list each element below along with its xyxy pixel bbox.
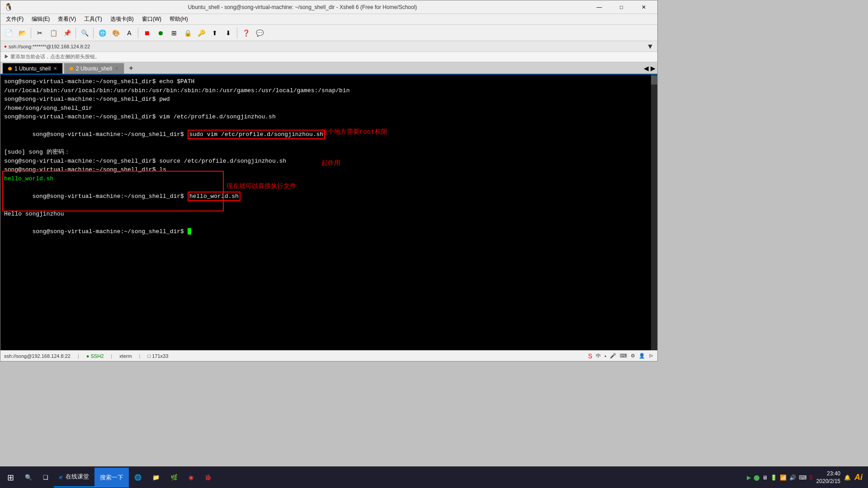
menu-help[interactable]: 帮助(H)	[166, 14, 192, 24]
tb-download[interactable]: ⬇	[222, 27, 235, 39]
tb-connect[interactable]: 🌐	[96, 27, 108, 39]
tb-open[interactable]: 📂	[16, 27, 28, 39]
term-highlight-sudo: sudo vim /etc/profile.d/songjinzhou.sh	[188, 130, 325, 139]
battery-icon: 🔋	[770, 474, 777, 481]
tab-1-dot	[8, 67, 12, 70]
status-icon-flag: 🏳	[649, 353, 654, 359]
status-ssh: ● SSH2	[86, 353, 104, 359]
tb-record[interactable]: ⏺	[154, 27, 167, 39]
tab-2-dot	[70, 67, 73, 70]
term-highlight-hw: hello_world.sh	[188, 192, 241, 201]
close-button[interactable]: ✕	[633, 1, 654, 14]
green-circle-icon: ⬤	[754, 474, 760, 481]
taskbar-browser[interactable]: 🌿	[165, 468, 183, 488]
app3-icon: 🐞	[204, 474, 212, 481]
tb-cut[interactable]: ✂	[33, 27, 46, 39]
term-line-1: song@song-virtual-machine:~/song_shell_d…	[4, 77, 647, 86]
tb-lock[interactable]: 🔒	[181, 27, 194, 39]
tab-bar: 1 Ubuntu_shell ✕ 2 Ubuntu_shell ✕ + ◀ ▶	[0, 62, 657, 75]
terminal[interactable]: song@song-virtual-machine:~/song_shell_d…	[0, 75, 651, 350]
taskbar-folder[interactable]: 📁	[147, 468, 165, 488]
term-line-8: song@song-virtual-machine:~/song_shell_d…	[4, 157, 647, 166]
term-prompt-11: song@song-virtual-machine:~/song_shell_d…	[32, 193, 187, 200]
status-icon-zh: 中	[596, 352, 601, 359]
tb-search[interactable]: 🔍	[78, 27, 91, 39]
term-line-5: song@song-virtual-machine:~/song_shell_d…	[4, 113, 647, 122]
edge-icon: ℯ	[59, 474, 63, 480]
minimize-button[interactable]: —	[589, 1, 609, 14]
online-class-label: 在线课堂	[66, 473, 89, 481]
toolbar: 📄 📂 ✂ 📋 📌 🔍 🌐 🎨 A ⏹ ⏺ ⊞ 🔒 🔑 ⬆ ⬇ ❓ 💬	[0, 25, 657, 41]
tab-1-close[interactable]: ✕	[53, 66, 57, 71]
tab-1-label: 1 Ubuntu_shell	[14, 66, 51, 72]
tb-new[interactable]: 📄	[2, 27, 15, 39]
session-text: ssh://song:*******@192.168.124.8:22	[9, 44, 90, 49]
term-line-7: [sudo] song 的密码：	[4, 148, 647, 157]
session-bar: ● ssh://song:*******@192.168.124.8:22 ▼	[0, 41, 657, 52]
tab-add-button[interactable]: +	[125, 63, 137, 74]
menu-edit[interactable]: 编辑(E)	[28, 14, 53, 24]
status-icon-dot: •	[604, 353, 606, 359]
tb-split[interactable]: ⊞	[168, 27, 180, 39]
titlebar: 🐧 Ubuntu_shell - song@song-virtual-machi…	[0, 0, 657, 14]
maximize-button[interactable]: □	[611, 1, 632, 14]
notification-text: ▶ 要添加当前会话，点击左侧的箭头按钮。	[4, 53, 100, 60]
tb-paste[interactable]: 📌	[61, 27, 73, 39]
tab-prev[interactable]: ◀	[644, 65, 649, 72]
tb-key[interactable]: 🔑	[195, 27, 208, 39]
taskbar: ⊞ 🔍 ❑ ℯ 在线课堂 搜索一下 🌐 📁 🌿 ◉ 🐞 ▶ ⬤ 🖥 🔋 📶	[0, 466, 868, 488]
scroll-thumb[interactable]	[651, 75, 657, 84]
menu-tabs[interactable]: 选项卡(B)	[107, 14, 137, 24]
term-line-2: /usr/local/sbin:/usr/local/bin:/usr/sbin…	[4, 86, 647, 95]
search-button[interactable]: 🔍	[19, 468, 38, 488]
terminal-wrapper: song@song-virtual-machine:~/song_shell_d…	[0, 75, 657, 350]
taskbar-app2[interactable]: ◉	[183, 468, 199, 488]
start-button[interactable]: ⊞	[2, 468, 19, 488]
tb-copy[interactable]: 📋	[47, 27, 60, 39]
app2-icon: ◉	[189, 474, 193, 481]
term-line-10: hello_world.sh	[4, 174, 647, 183]
windows-logo-icon: ⊞	[7, 473, 14, 483]
tb-sep2	[75, 28, 76, 38]
tb-stop[interactable]: ⏹	[141, 27, 153, 39]
tb-upload[interactable]: ⬆	[208, 27, 221, 39]
taskbar-search-app[interactable]: 搜索一下	[94, 468, 129, 488]
status-icon-mic: 🎤	[610, 353, 616, 359]
session-icon: ●	[4, 44, 7, 49]
tab-next[interactable]: ▶	[651, 65, 656, 72]
tab-2-close[interactable]: ✕	[115, 66, 118, 71]
taskbar-ie[interactable]: 🌐	[129, 468, 147, 488]
menu-tools[interactable]: 工具(T)	[80, 14, 105, 24]
menu-view[interactable]: 查看(V)	[54, 14, 80, 24]
taskbar-right: ▶ ⬤ 🖥 🔋 📶 🔊 ⌨ S 23:40 2020/2/15 🔔 Ai	[747, 470, 866, 485]
date-display: 2020/2/15	[816, 478, 840, 485]
tb-chat[interactable]: 💬	[253, 27, 266, 39]
taskbar-time: 23:40 2020/2/15	[816, 470, 840, 485]
search-icon: 🔍	[25, 474, 32, 481]
tab-2[interactable]: 2 Ubuntu_shell ✕	[64, 63, 124, 74]
play-icon: ▶	[747, 474, 751, 481]
terminal-cursor	[188, 228, 191, 235]
tb-help[interactable]: ❓	[240, 27, 252, 39]
session-expand[interactable]: ▼	[646, 42, 654, 51]
wifi-icon: 📶	[780, 474, 787, 481]
notification-bell[interactable]: 🔔	[844, 474, 851, 481]
volume-icon: 🔊	[789, 474, 796, 481]
taskbar-app3[interactable]: 🐞	[199, 468, 217, 488]
tab-1[interactable]: 1 Ubuntu_shell ✕	[2, 63, 63, 74]
taskbar-online-class[interactable]: ℯ 在线课堂	[54, 468, 94, 488]
status-session: ssh://song@192.168.124.8:22	[4, 353, 71, 359]
tb-sep1	[31, 28, 31, 38]
main-window: 🐧 Ubuntu_shell - song@song-virtual-machi…	[0, 0, 658, 361]
menu-file[interactable]: 文件(F)	[2, 14, 27, 24]
tb-color[interactable]: 🎨	[109, 27, 122, 39]
menubar: 文件(F) 编辑(E) 查看(V) 工具(T) 选项卡(B) 窗口(W) 帮助(…	[0, 14, 657, 25]
status-icon-kb: ⌨	[620, 353, 627, 359]
tb-font[interactable]: A	[123, 27, 136, 39]
monitor-icon: 🖥	[762, 474, 768, 481]
menu-window[interactable]: 窗口(W)	[138, 14, 165, 24]
vertical-scrollbar[interactable]	[651, 75, 657, 350]
tb-sep5	[237, 28, 237, 38]
status-terminal: xterm	[119, 353, 132, 359]
task-view-button[interactable]: ❑	[38, 468, 54, 488]
